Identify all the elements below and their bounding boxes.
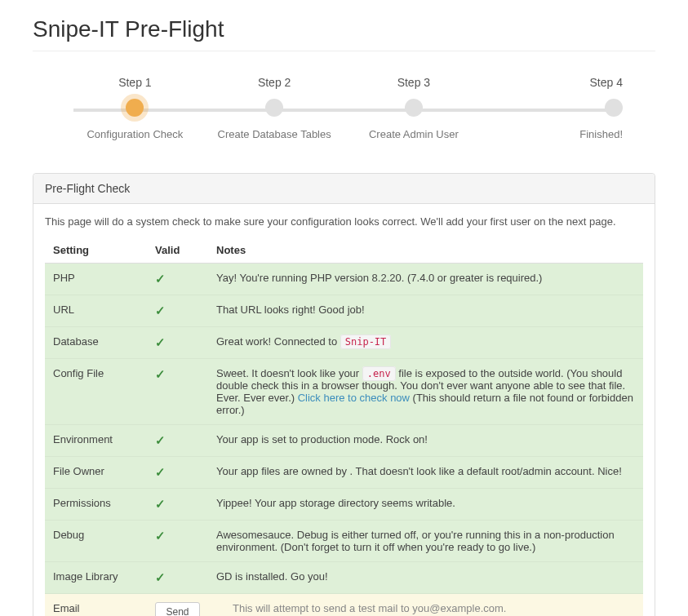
setting-cell: Permissions (45, 489, 147, 521)
table-row: Email Send Test This will attempt to sen… (45, 594, 643, 617)
table-row: PHP ✓ Yay! You're running PHP version 8.… (45, 264, 643, 295)
step-dot (605, 99, 623, 117)
step-2: Step 2 Create Database Tables (205, 76, 344, 140)
table-row: Database ✓ Great work! Connected to Snip… (45, 327, 643, 359)
preflight-table: Setting Valid Notes PHP ✓ Yay! You're ru… (45, 237, 643, 616)
table-row: Permissions ✓ Yippee! Your app storage d… (45, 489, 643, 521)
step-label-top: Step 4 (590, 76, 623, 89)
col-header-valid: Valid (147, 237, 208, 264)
notes-text: Sweet. It doesn't look like your (216, 367, 362, 379)
valid-cell: ✓ (147, 295, 208, 327)
setting-cell: Database (45, 327, 147, 359)
check-icon: ✓ (155, 335, 166, 349)
notes-cell: Yay! You're running PHP version 8.2.20. … (208, 264, 643, 295)
preflight-panel: Pre-Flight Check This page will do a sys… (33, 173, 655, 616)
email-note: This will attempt to send a test mail to… (216, 602, 506, 614)
valid-cell: ✓ (147, 489, 208, 521)
step-dot-active (126, 99, 144, 117)
notes-cell: Yippee! Your app storage directory seems… (208, 489, 643, 521)
valid-cell: ✓ (147, 562, 208, 594)
step-label-top: Step 3 (397, 76, 430, 89)
check-icon: ✓ (155, 529, 166, 543)
setting-cell: Email (45, 594, 147, 617)
step-label-bottom: Create Database Tables (218, 128, 331, 140)
table-row: Debug ✓ Awesomesauce. Debug is either tu… (45, 521, 643, 562)
table-row: Image Library ✓ GD is installed. Go you! (45, 562, 643, 594)
setting-cell: Debug (45, 521, 147, 562)
step-dot (265, 99, 283, 117)
valid-cell: Send Test (147, 594, 208, 617)
table-row: File Owner ✓ Your app files are owned by… (45, 457, 643, 489)
notes-cell: That URL looks right! Good job! (208, 295, 643, 327)
check-icon: ✓ (155, 465, 166, 479)
panel-header: Pre-Flight Check (33, 174, 655, 204)
valid-cell: ✓ (147, 264, 208, 295)
valid-cell: ✓ (147, 425, 208, 457)
notes-cell: Your app files are owned by . That doesn… (208, 457, 643, 489)
step-label-bottom: Finished! (579, 128, 623, 140)
notes-text: . That doesn't look like a default root/… (350, 465, 622, 477)
step-label-top: Step 1 (118, 76, 151, 89)
stepper: Step 1 Configuration Check Step 2 Create… (65, 76, 623, 140)
valid-cell: ✓ (147, 521, 208, 562)
valid-cell: ✓ (147, 359, 208, 425)
valid-cell: ✓ (147, 457, 208, 489)
code-dbname: Snip-IT (340, 335, 392, 349)
col-header-notes: Notes (208, 237, 643, 264)
setting-cell: PHP (45, 264, 147, 295)
setting-cell: URL (45, 295, 147, 327)
table-row: Config File ✓ Sweet. It doesn't look lik… (45, 359, 643, 425)
check-env-link[interactable]: Click here to check now (298, 392, 410, 404)
check-icon: ✓ (155, 304, 166, 317)
setting-cell: Image Library (45, 562, 147, 594)
setting-cell: File Owner (45, 457, 147, 489)
check-icon: ✓ (155, 497, 166, 511)
notes-cell: This will attempt to send a test mail to… (208, 594, 643, 617)
col-header-setting: Setting (45, 237, 147, 264)
step-4: Step 4 Finished! (483, 76, 623, 140)
setting-cell: Environment (45, 425, 147, 457)
intro-text: This page will do a system check to make… (45, 215, 643, 228)
notes-cell: Sweet. It doesn't look like your .env fi… (208, 359, 643, 425)
step-1: Step 1 Configuration Check (65, 76, 205, 140)
page-title: Snipe-IT Pre-Flight (33, 16, 655, 51)
notes-cell: Your app is set to production mode. Rock… (208, 425, 643, 457)
check-icon: ✓ (155, 570, 166, 584)
step-label-bottom: Configuration Check (87, 128, 183, 140)
step-label-top: Step 2 (258, 76, 291, 89)
send-test-button[interactable]: Send Test (155, 602, 200, 616)
check-icon: ✓ (155, 367, 166, 381)
check-icon: ✓ (155, 433, 166, 447)
table-row: URL ✓ That URL looks right! Good job! (45, 295, 643, 327)
notes-text: Your app files are owned by (216, 465, 350, 477)
step-dot (405, 99, 423, 117)
step-3: Step 3 Create Admin User (344, 76, 484, 140)
setting-cell: Config File (45, 359, 147, 425)
step-label-bottom: Create Admin User (369, 128, 459, 140)
check-icon: ✓ (155, 272, 166, 286)
notes-text: Great work! Connected to (216, 335, 340, 348)
notes-cell: Great work! Connected to Snip-IT (208, 327, 643, 359)
notes-cell: GD is installed. Go you! (208, 562, 643, 594)
table-row: Environment ✓ Your app is set to product… (45, 425, 643, 457)
panel-body: This page will do a system check to make… (33, 204, 655, 616)
notes-cell: Awesomesauce. Debug is either turned off… (208, 521, 643, 562)
valid-cell: ✓ (147, 327, 208, 359)
